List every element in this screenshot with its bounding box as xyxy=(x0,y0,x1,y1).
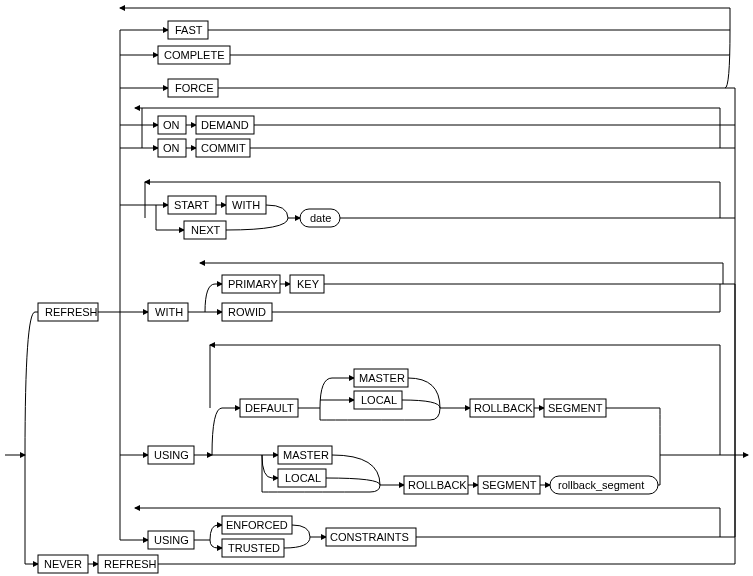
svg-text:ROWID: ROWID xyxy=(228,306,266,318)
svg-text:PRIMARY: PRIMARY xyxy=(228,278,279,290)
svg-text:ENFORCED: ENFORCED xyxy=(226,519,288,531)
svg-text:TRUSTED: TRUSTED xyxy=(228,542,280,554)
svg-text:SEGMENT: SEGMENT xyxy=(548,402,603,414)
svg-text:rollback_segment: rollback_segment xyxy=(558,479,644,491)
svg-text:ROLLBACK: ROLLBACK xyxy=(474,402,533,414)
svg-text:DEFAULT: DEFAULT xyxy=(245,402,294,414)
svg-text:MASTER: MASTER xyxy=(283,449,329,461)
svg-text:LOCAL: LOCAL xyxy=(361,394,397,406)
svg-text:KEY: KEY xyxy=(297,278,320,290)
svg-text:USING: USING xyxy=(154,449,189,461)
svg-text:DEMAND: DEMAND xyxy=(201,119,249,131)
svg-text:ON: ON xyxy=(163,119,180,131)
svg-text:CONSTRAINTS: CONSTRAINTS xyxy=(330,531,409,543)
refresh-label: REFRESH xyxy=(45,306,98,318)
svg-text:date: date xyxy=(310,212,331,224)
svg-text:FORCE: FORCE xyxy=(175,82,214,94)
svg-text:NEVER: NEVER xyxy=(44,558,82,570)
svg-text:COMPLETE: COMPLETE xyxy=(164,49,225,61)
svg-text:WITH: WITH xyxy=(232,199,260,211)
svg-text:START: START xyxy=(174,199,209,211)
svg-text:ROLLBACK: ROLLBACK xyxy=(408,479,467,491)
svg-text:NEXT: NEXT xyxy=(191,224,221,236)
svg-text:USING: USING xyxy=(154,534,189,546)
svg-text:SEGMENT: SEGMENT xyxy=(482,479,537,491)
svg-text:COMMIT: COMMIT xyxy=(201,142,246,154)
svg-text:LOCAL: LOCAL xyxy=(285,472,321,484)
svg-text:WITH: WITH xyxy=(155,306,183,318)
syntax-diagram: REFRESH FAST COMPLETE FORCE ON DEMAND ON… xyxy=(0,0,753,576)
svg-text:MASTER: MASTER xyxy=(359,372,405,384)
svg-text:ON: ON xyxy=(163,142,180,154)
svg-text:REFRESH: REFRESH xyxy=(104,558,157,570)
svg-text:FAST: FAST xyxy=(175,24,203,36)
